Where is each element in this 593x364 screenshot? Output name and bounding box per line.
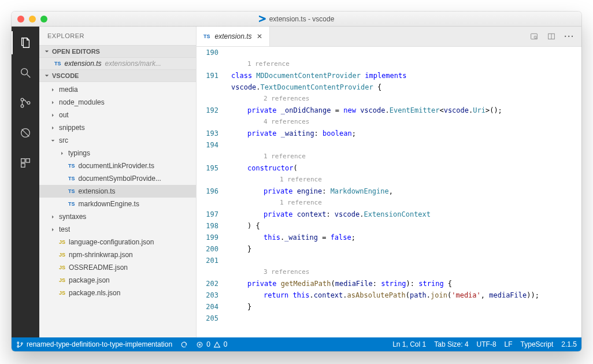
code-line: ) { [231,220,581,232]
open-editor-item[interactable]: TS extension.ts extensions/mark... [39,58,196,69]
tree-item-label: syntaxes [59,213,86,221]
file-row[interactable]: JSOSSREADME.json [39,261,196,274]
preview-icon[interactable] [529,32,539,41]
tab-extension-ts[interactable]: TS extension.ts ✕ [197,27,270,46]
more-actions-icon[interactable]: ··· [564,32,575,41]
folder-row[interactable]: src [39,134,196,147]
codelens[interactable]: 3 references [231,266,581,278]
activity-debug[interactable] [12,121,39,144]
ts-file-icon: TS [68,176,75,181]
tree-item-label: documentSymbolProvide... [79,174,161,183]
folder-row[interactable]: media [39,83,196,96]
tab-spacer [270,27,523,46]
bug-icon [19,127,32,139]
search-icon [19,66,32,79]
folder-row[interactable]: out [39,109,196,121]
window-controls [17,16,47,23]
codelens[interactable]: 1 reference [231,58,581,70]
chevron-right-icon [50,228,55,232]
folder-row[interactable]: test [39,223,196,236]
ts-file-icon: TS [68,188,75,194]
line-number: . [197,93,218,105]
svg-point-1 [21,98,24,101]
activity-extensions[interactable] [12,151,39,174]
app-window: extension.ts - vscode EXPLORER [12,12,581,351]
file-row[interactable]: JSlanguage-configuration.json [39,236,196,248]
folder-row[interactable]: typings [39,147,196,159]
code-line: private _onDidChange = new vscode.EventE… [231,105,581,116]
line-number: 200 [197,243,218,255]
tree-item-label: markdownEngine.ts [79,200,139,208]
status-branch[interactable]: renamed-type-definition-to-type-implemen… [16,340,172,348]
status-sync[interactable] [180,341,188,348]
ts-file-icon: TS [203,34,210,39]
chevron-right-icon [50,101,55,105]
svg-point-11 [17,341,19,343]
code-editor[interactable]: 190.191..192.193194.195.196.197198199200… [197,47,581,337]
tree-item-label: OSSREADME.json [69,263,128,272]
status-eol[interactable]: LF [505,340,513,348]
chevron-right-icon [50,113,55,117]
activity-explorer[interactable] [12,31,39,54]
tab-label: extension.ts [215,32,252,40]
codelens[interactable]: 1 reference [231,197,581,209]
code-line: } [231,301,581,313]
code-line [231,47,581,58]
side-bar-title: EXPLORER [39,27,196,45]
chevron-down-icon [44,49,50,54]
file-row[interactable]: TSmarkdownEngine.ts [39,198,196,210]
files-icon [19,36,32,49]
line-number: 192 [197,105,218,116]
status-tabsize[interactable]: Tab Size: 4 [434,340,468,348]
code-line: class MDDocumentContentProvider implemen… [231,70,581,81]
file-row[interactable]: TSdocumentLinkProvider.ts [39,159,196,172]
close-window-button[interactable] [17,16,24,23]
codelens[interactable]: 1 reference [231,174,581,185]
folder-row[interactable]: snippets [39,121,196,134]
folder-row[interactable]: syntaxes [39,210,196,223]
code-line [231,139,581,151]
chevron-down-icon [44,73,50,79]
file-row[interactable]: JSnpm-shrinkwrap.json [39,248,196,261]
status-language[interactable]: TypeScript [521,340,554,348]
tree-item-label: language-configuration.json [69,238,154,246]
git-icon [19,96,32,109]
line-number: 201 [197,255,218,266]
project-header[interactable]: VSCODE [39,69,196,82]
line-number-gutter: 190.191..192.193194.195.196.197198199200… [197,47,229,337]
code-line: constructor( [231,162,581,174]
code-content[interactable]: 1 referenceclass MDDocumentContentProvid… [229,47,581,337]
close-icon[interactable]: ✕ [257,32,262,40]
status-linecol[interactable]: Ln 1, Col 1 [392,340,426,348]
title-bar: extension.ts - vscode [12,12,581,27]
line-number: . [197,81,218,93]
warning-icon [213,341,221,348]
file-row[interactable]: JSpackage.json [39,274,196,287]
side-bar: EXPLORER OPEN EDITORS TS extension.ts ex… [39,27,197,337]
status-version[interactable]: 2.1.5 [561,340,577,348]
zoom-window-button[interactable] [40,16,47,23]
line-number: . [197,58,218,70]
split-editor-icon[interactable] [547,32,556,41]
minimize-window-button[interactable] [29,16,36,23]
activity-source-control[interactable] [12,91,39,114]
chevron-right-icon [50,126,55,130]
status-problems[interactable]: 0 0 [196,340,227,348]
codelens[interactable]: 1 reference [231,151,581,162]
file-row[interactable]: TSdocumentSymbolProvide... [39,172,196,185]
tree-item-label: src [59,136,68,144]
chevron-right-icon [59,151,65,155]
svg-rect-6 [26,159,29,162]
open-editors-header[interactable]: OPEN EDITORS [39,45,196,58]
file-row[interactable]: TSextension.ts [39,185,196,198]
file-tree[interactable]: medianode_modulesoutsnippetssrctypingsTS… [39,82,196,337]
codelens[interactable]: 4 references [231,116,581,128]
js-file-icon: JS [59,252,65,258]
js-file-icon: JS [59,290,65,296]
codelens[interactable]: 2 references [231,93,581,105]
activity-search[interactable] [12,61,39,84]
folder-row[interactable]: node_modules [39,96,196,109]
line-number: 202 [197,278,218,289]
file-row[interactable]: JSpackage.nls.json [39,287,196,299]
status-encoding[interactable]: UTF-8 [477,340,496,348]
